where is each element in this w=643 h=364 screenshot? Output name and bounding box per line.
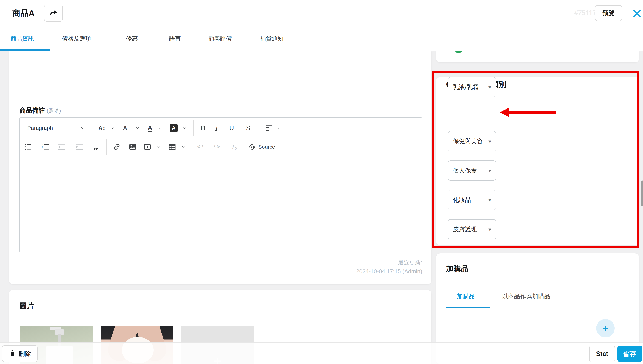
bulleted-list-icon[interactable] (23, 142, 34, 152)
toolbar-divider (260, 120, 260, 136)
plus-icon: + (602, 322, 608, 334)
tab-price-options[interactable]: 價格及選項 (62, 26, 91, 51)
blockquote-icon[interactable]: “ (90, 142, 101, 156)
last-updated-value: 2024-10-04 17:15 (Admin) (245, 267, 422, 276)
images-section-title: 圖片 (20, 301, 34, 311)
trash-icon (9, 349, 16, 358)
addon-section-title: 加購品 (446, 264, 468, 274)
toolbar-divider (244, 139, 244, 155)
add-addon-button[interactable]: + (596, 319, 615, 338)
modal-header: 商品A #75117 預覽 (0, 0, 643, 26)
footer-action-bar: 刪除 Stat 儲存 (0, 342, 643, 364)
toolbar-divider (191, 139, 191, 155)
dropdown-caret-icon: ▾ (488, 226, 491, 232)
underline-button[interactable]: U (227, 123, 237, 133)
product-edit-modal: 商品A #75117 預覽 商品資訊 價格及選項 優惠 語言 顧客評價 補貨通知… (0, 0, 643, 364)
tab-restock-alert[interactable]: 補貨通知 (260, 26, 283, 51)
tab-products-as-addon[interactable]: 以商品作為加購品 (502, 292, 550, 300)
paragraph-style-dropdown[interactable]: Paragraph (27, 123, 68, 133)
bold-button[interactable]: B (198, 123, 208, 133)
tab-reviews[interactable]: 顧客評價 (208, 26, 232, 51)
strikethrough-button[interactable]: S (243, 123, 253, 133)
preview-button[interactable]: 預覽 (595, 5, 622, 21)
notes-field-label: 商品備註(選填) (20, 106, 61, 115)
dropdown-caret-icon: ▾ (488, 197, 491, 203)
media-embed-icon[interactable] (142, 142, 153, 152)
tab-product-info[interactable]: 商品資訊 (11, 26, 34, 51)
svg-text:1: 1 (42, 143, 43, 146)
category-dropdown-level5[interactable]: 乳液/乳霜 ▾ (448, 77, 496, 97)
link-icon[interactable] (111, 142, 122, 152)
category-dropdown-level3[interactable]: 化妝品 ▾ (448, 190, 496, 210)
close-button[interactable] (632, 9, 642, 19)
indent-icon[interactable] (74, 142, 85, 152)
category-dropdown-level2[interactable]: 個人保養 ▾ (448, 160, 496, 181)
optional-hint: (選填) (47, 108, 61, 114)
undo-icon[interactable]: ↶ (195, 142, 206, 152)
line-height-icon[interactable]: A↕ (97, 123, 107, 133)
annotation-arrow-head (500, 108, 509, 117)
toolbar-divider (93, 120, 94, 136)
dropdown-caret-icon: ▾ (488, 138, 491, 144)
text-align-icon[interactable] (264, 123, 274, 133)
source-button-label[interactable]: Source (258, 142, 287, 152)
status-green-icon (454, 51, 463, 53)
numbered-list-icon[interactable]: 12 (41, 142, 51, 152)
chevron-down-icon[interactable] (158, 123, 162, 133)
font-color-icon[interactable]: A (145, 123, 155, 133)
save-button[interactable]: 儲存 (617, 346, 642, 362)
notes-richtext-editor: Paragraph A↕ A A (20, 118, 422, 252)
category-dropdown-level4[interactable]: 皮膚護理 ▾ (448, 219, 496, 240)
chevron-down-icon[interactable] (181, 142, 186, 152)
table-icon[interactable] (167, 142, 178, 152)
chevron-down-icon[interactable] (276, 123, 280, 133)
delete-button[interactable]: 刪除 (2, 345, 38, 362)
share-button[interactable] (44, 4, 63, 22)
share-arrow-icon (49, 9, 58, 17)
font-size-icon[interactable]: A (121, 123, 132, 133)
chevron-down-icon[interactable] (80, 123, 85, 133)
editor-toolbar: Paragraph A↕ A A (20, 118, 422, 155)
chevron-down-icon[interactable] (135, 123, 140, 133)
dropdown-caret-icon: ▾ (488, 84, 491, 90)
image-icon[interactable] (127, 142, 138, 152)
previous-section-card (436, 51, 639, 62)
chevron-down-icon[interactable] (157, 142, 161, 152)
close-icon (633, 9, 641, 18)
outdent-icon[interactable] (56, 142, 67, 152)
stat-button[interactable]: Stat (589, 346, 615, 362)
italic-button[interactable]: I (212, 123, 221, 133)
annotation-arrow (508, 111, 556, 114)
tab-addon-products[interactable]: 加購品 (457, 292, 475, 300)
background-color-icon[interactable]: A (169, 123, 179, 133)
toolbar-divider (106, 139, 107, 155)
tab-promotions[interactable]: 優惠 (126, 26, 138, 51)
addon-active-tab-indicator (446, 307, 490, 308)
dropdown-caret-icon: ▾ (488, 168, 491, 174)
page-title: 商品A (13, 8, 35, 19)
last-updated-label: 最近更新: (245, 258, 422, 267)
vertical-scrollbar[interactable] (641, 180, 643, 206)
redo-icon[interactable]: ↷ (211, 142, 222, 152)
chevron-down-icon[interactable] (111, 123, 115, 133)
tab-language[interactable]: 語言 (169, 26, 181, 51)
chevron-down-icon[interactable] (182, 123, 187, 133)
svg-text:2: 2 (42, 146, 43, 148)
description-editor-bottom[interactable] (17, 51, 422, 96)
remove-format-icon[interactable]: Tx (229, 142, 240, 152)
product-ref-number: #75117 (574, 9, 596, 17)
notes-edit-area[interactable] (20, 155, 422, 252)
category-dropdown-level1[interactable]: 保健與美容 ▾ (448, 131, 496, 151)
active-tab-indicator (0, 49, 51, 51)
last-updated-info: 最近更新: 2024-10-04 17:15 (Admin) (245, 258, 422, 276)
google-category-card: Google 產品類別 保健與美容 ▾ 個人保養 ▾ 化妝品 ▾ 皮膚護理 ▾ … (436, 77, 639, 245)
toolbar-divider (193, 120, 194, 136)
product-tabbar: 商品資訊 價格及選項 優惠 語言 顧客評價 補貨通知 (0, 26, 643, 51)
source-code-icon[interactable] (247, 142, 257, 152)
